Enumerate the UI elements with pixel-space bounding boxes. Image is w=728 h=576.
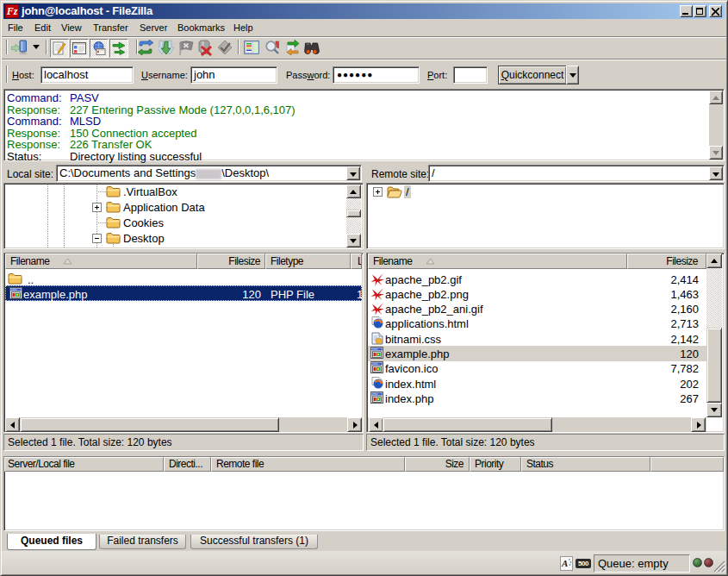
svg-text:A: A xyxy=(561,558,568,568)
